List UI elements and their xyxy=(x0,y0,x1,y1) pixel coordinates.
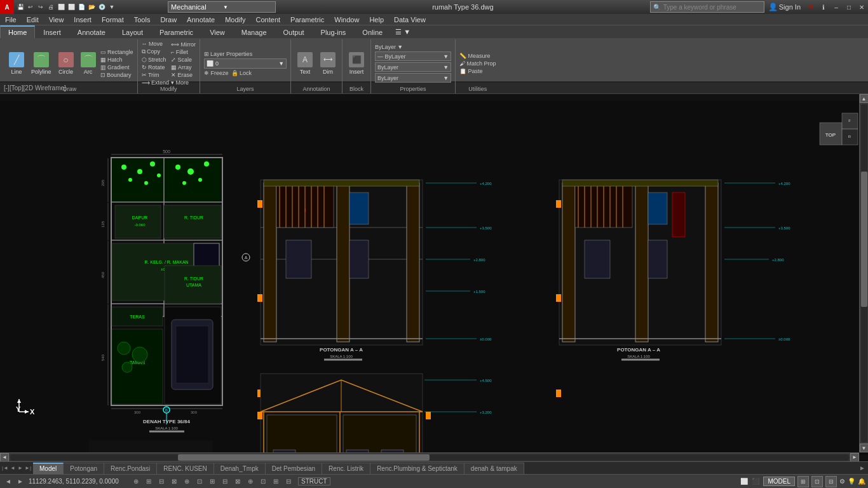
otrack-icon[interactable]: ⊡ xyxy=(194,476,205,487)
freeze-icon[interactable]: ❄ Freeze xyxy=(204,70,229,76)
linetype-dropdown[interactable]: ▼ xyxy=(443,64,449,71)
tab-annotate[interactable]: Annotate xyxy=(69,25,114,38)
dimension-button[interactable]: ⟷ Dim xyxy=(318,51,338,76)
tmodel-icon[interactable]: ⊕ xyxy=(245,476,256,487)
minimize-app-button[interactable]: – xyxy=(830,0,843,14)
tab-model[interactable]: Model xyxy=(33,463,64,474)
hatch-btn[interactable]: ▦ Hatch xyxy=(100,57,133,63)
tab-manage[interactable]: Manage xyxy=(233,25,275,38)
scale-btn[interactable]: ⤢ Scale xyxy=(171,57,196,63)
tab-online[interactable]: Online xyxy=(354,25,391,38)
insert-block-button[interactable]: ⬛ Insert xyxy=(346,51,367,76)
menu-content[interactable]: Content xyxy=(251,14,286,25)
tab-renc-listrik[interactable]: Renc. Listrik xyxy=(322,463,370,474)
close-autocad-icon[interactable]: ✕ xyxy=(804,0,817,14)
sel-icon[interactable]: ⊡ xyxy=(257,476,269,487)
struct-label[interactable]: STRUCT xyxy=(298,477,330,485)
circle-button[interactable]: ○ Circle xyxy=(56,51,76,76)
open-icon[interactable]: 📂 xyxy=(86,2,97,12)
tab-next-button[interactable]: ► xyxy=(17,464,24,472)
menu-annotate[interactable]: Annotate xyxy=(182,14,220,25)
mirror-btn[interactable]: ⟺ Mirror xyxy=(171,41,196,48)
fillet-btn[interactable]: ⌐ Fillet xyxy=(171,49,196,55)
stretch-btn[interactable]: ⬡ Stretch xyxy=(142,57,170,63)
rotate-btn[interactable]: ↻ Rotate xyxy=(142,64,170,71)
arc-button[interactable]: ⌒ Arc xyxy=(78,51,98,76)
menu-tools[interactable]: Tools xyxy=(129,14,156,25)
menu-parametric[interactable]: Parametric xyxy=(285,14,329,25)
vertical-scrollbar[interactable]: ▲ ▼ xyxy=(859,94,868,452)
new-icon[interactable]: 📄 xyxy=(76,2,86,12)
tab-last-button[interactable]: ►| xyxy=(24,464,32,472)
tab-renc-pondasi[interactable]: Renc.Pondasi xyxy=(104,463,157,474)
tab-plugins[interactable]: Plug-ins xyxy=(313,25,355,38)
menu-dataview[interactable]: Data View xyxy=(389,14,431,25)
tab-prev-button[interactable]: ◄ xyxy=(9,464,17,472)
ducs-icon[interactable]: ⊞ xyxy=(207,476,218,487)
trim-btn[interactable]: ✂ Trim xyxy=(142,72,170,78)
maximize-app-button[interactable]: □ xyxy=(843,0,855,14)
tab-home[interactable]: Home xyxy=(0,25,35,38)
redo-icon[interactable]: ↪ xyxy=(36,2,46,12)
info-icon[interactable]: ℹ xyxy=(817,0,830,14)
rect-btn[interactable]: ▭ Rectangle xyxy=(100,49,133,55)
bell-icon[interactable]: 🔔 xyxy=(858,478,865,485)
view-btn-3[interactable]: ⊟ xyxy=(825,476,837,487)
tab-insert[interactable]: Insert xyxy=(35,25,69,38)
sign-in-area[interactable]: 👤 Sign In xyxy=(768,3,801,11)
menu-modify[interactable]: Modify xyxy=(220,14,250,25)
array-btn[interactable]: ▦ Array xyxy=(171,64,196,71)
tab-potongan[interactable]: Potongan xyxy=(64,463,104,474)
undo-icon[interactable]: ↩ xyxy=(25,2,36,12)
tab-first-button[interactable]: |◄ xyxy=(1,464,9,472)
measure-btn[interactable]: 📏 Measure xyxy=(459,53,496,59)
menu-file[interactable]: File xyxy=(0,14,22,25)
light-icon[interactable]: 💡 xyxy=(848,478,855,485)
color-bylayer[interactable]: — ByLayer xyxy=(377,53,443,60)
menu-insert[interactable]: Insert xyxy=(69,14,97,25)
view-btn-1[interactable]: ⊞ xyxy=(797,476,809,487)
lw-icon[interactable]: ⊠ xyxy=(232,476,243,487)
print-icon[interactable]: 🖨 xyxy=(46,2,56,12)
menu-draw[interactable]: Draw xyxy=(155,14,182,25)
model-nav-next[interactable]: ► xyxy=(15,476,26,487)
scroll-right-button[interactable]: ► xyxy=(850,453,859,462)
model-badge[interactable]: MODEL xyxy=(763,477,795,486)
boundary-btn[interactable]: ⊡ Boundary xyxy=(100,72,133,78)
vscroll-thumb[interactable] xyxy=(861,172,867,307)
tab-det-pembesian[interactable]: Det Pembesian xyxy=(266,463,322,474)
scroll-up-button[interactable]: ▲ xyxy=(860,94,869,103)
snap-icon[interactable]: ⊕ xyxy=(130,476,142,487)
close-app-button[interactable]: ✕ xyxy=(855,0,868,14)
line-button[interactable]: ╱ Line xyxy=(6,51,27,76)
tab-scroll-right[interactable]: ► xyxy=(857,464,868,471)
hscroll-thumb[interactable] xyxy=(178,454,430,461)
polar-icon[interactable]: ⊠ xyxy=(168,476,180,487)
workspace-selector[interactable]: Mechanical ▼ xyxy=(168,1,276,13)
layer-dropdown-icon[interactable]: ▼ xyxy=(278,60,284,67)
menu-help[interactable]: Help xyxy=(364,14,389,25)
tab-denah-tampak[interactable]: denah & tampak xyxy=(465,463,524,474)
gradient-btn[interactable]: ▥ Gradient xyxy=(100,64,133,71)
dyn-icon[interactable]: ⊟ xyxy=(219,476,231,487)
erase-btn[interactable]: ✕ Erase xyxy=(171,72,196,78)
drawing-area[interactable]: DAPUR -0.060 R. TIDUR R. KELG. / R. MAKA… xyxy=(0,94,868,461)
move-btn[interactable]: ↔ Move xyxy=(142,41,170,47)
menu-format[interactable]: Format xyxy=(97,14,129,25)
color-dropdown[interactable]: ▼ xyxy=(443,53,449,60)
keyword-search-box[interactable]: 🔍 Type a keyword or phrase xyxy=(650,1,764,13)
tab-renc-plumbing[interactable]: Renc.Plumbing & Septictank xyxy=(370,463,465,474)
view-btn-2[interactable]: ⊡ xyxy=(811,476,823,487)
linetype-bylayer[interactable]: ByLayer xyxy=(377,64,443,71)
tab-extra[interactable]: ☰ ▼ xyxy=(391,25,415,38)
layout1-icon[interactable]: ⬜ xyxy=(739,477,749,487)
layer-props-btn[interactable]: Layer Properties xyxy=(210,51,252,57)
tab-denah-tmpk[interactable]: Denah_Tmpk xyxy=(214,463,266,474)
paste-btn[interactable]: 📋 Paste xyxy=(459,68,496,74)
menu-window[interactable]: Window xyxy=(329,14,364,25)
tab-view[interactable]: View xyxy=(201,25,233,38)
menu-edit[interactable]: Edit xyxy=(22,14,44,25)
qsave-icon[interactable]: 💿 xyxy=(97,2,107,12)
osnap-icon[interactable]: ⊕ xyxy=(181,476,193,487)
lineweight-dropdown[interactable]: ▼ xyxy=(443,75,449,81)
